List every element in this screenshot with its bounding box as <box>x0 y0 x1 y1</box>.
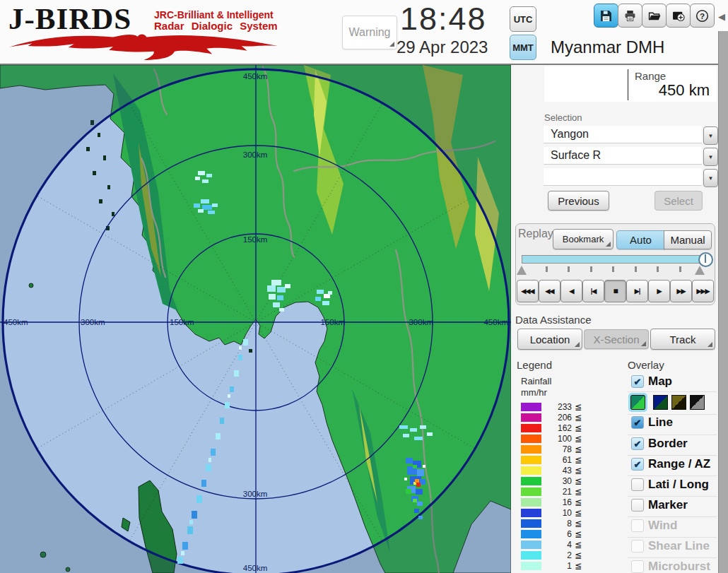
legend-swatch <box>521 466 541 475</box>
range-value: 450 km <box>613 81 710 100</box>
play-reverse-button[interactable]: ◀ <box>560 280 582 302</box>
overlay-label: Marker <box>648 498 688 512</box>
legend-lte-symbol: ≦ <box>575 550 582 560</box>
replay-timeline-track[interactable] <box>522 255 711 264</box>
radar-map[interactable]: 450km 300km 150km 150km 300km 450km 450k… <box>0 65 511 573</box>
timeline-tick <box>635 266 637 272</box>
stop-icon: ■ <box>613 286 617 296</box>
rewind-fast-button[interactable]: ◀◀◀ <box>517 280 539 302</box>
print-button[interactable] <box>618 4 642 28</box>
legend-value: 30 <box>546 476 572 486</box>
clock-date: 29 Apr 2023 <box>397 37 517 57</box>
warning-button[interactable]: Warning <box>342 16 397 49</box>
map-style-swatch-2[interactable] <box>653 395 668 410</box>
save-button[interactable] <box>594 4 618 28</box>
selection-label: Selection <box>544 112 582 123</box>
ring-label: 300km <box>243 490 268 498</box>
ring-label: 150km <box>170 318 194 326</box>
bookmark-button[interactable]: Bookmark <box>553 229 613 249</box>
overlay-label: Microburst <box>648 560 710 573</box>
site-dropdown[interactable]: Yangon <box>544 126 702 143</box>
line-checkbox[interactable]: ✔ <box>631 416 644 429</box>
utc-label: UTC <box>514 14 533 25</box>
step-first-button[interactable]: |◀ <box>582 280 604 302</box>
manual-mode-button[interactable]: Manual <box>664 230 712 249</box>
extra-dropdown[interactable] <box>544 168 702 186</box>
legend-lte-symbol: ≦ <box>575 434 582 444</box>
capture-button[interactable] <box>666 4 691 28</box>
legend-lte-symbol: ≦ <box>575 402 582 412</box>
forward-fast-icon: ▶▶▶ <box>697 288 710 295</box>
help-button[interactable]: ? <box>690 4 715 28</box>
divider <box>628 496 717 497</box>
lati-long-checkbox[interactable] <box>631 478 644 491</box>
collapse-panel-arrow-icon[interactable]: ◀ <box>718 11 725 22</box>
timezone-mmt-button[interactable]: MMT <box>510 35 536 60</box>
legend-value: 10 <box>546 508 572 518</box>
overlay-section-label: Overlay <box>628 359 664 371</box>
forward-fast-button[interactable]: ▶▶▶ <box>692 280 714 302</box>
timeline-tick <box>590 266 592 272</box>
timeline-start-marker[interactable] <box>517 266 527 275</box>
eagle-logo-icon <box>7 31 279 61</box>
step-last-button[interactable]: ▶| <box>626 280 648 302</box>
legend-row: 233≦ <box>521 402 595 412</box>
overlay-label: Shear Line <box>648 539 710 553</box>
border-checkbox[interactable]: ✔ <box>631 437 644 450</box>
legend-value: 1 <box>546 561 572 571</box>
overlay-label: Wind <box>648 519 677 533</box>
ring-label: 300km <box>81 318 105 326</box>
timeline-end-marker[interactable] <box>695 266 705 275</box>
divider <box>628 475 717 476</box>
marker-checkbox[interactable] <box>631 499 644 512</box>
auto-button-label: Auto <box>630 234 652 246</box>
app-logo-tagline: JRC-Brilliant & Intelligent Radar Dialog… <box>154 9 278 32</box>
replay-timeline-thumb[interactable] <box>698 252 713 267</box>
ring-label: 450km <box>4 318 28 326</box>
site-dropdown-button[interactable]: ▼ <box>703 126 718 145</box>
legend-swatch <box>521 551 541 560</box>
overlay-label: Line <box>648 415 673 430</box>
legend-swatch <box>521 498 541 507</box>
legend-value: 78 <box>546 444 572 454</box>
stop-button[interactable]: ■ <box>604 280 626 302</box>
legend-row: 21≦ <box>521 487 595 497</box>
legend-row: 6≦ <box>521 529 595 539</box>
auto-mode-button[interactable]: Auto <box>616 230 665 249</box>
previous-button[interactable]: Previous <box>548 191 609 211</box>
step-first-icon: |◀ <box>591 288 596 295</box>
product-dropdown[interactable]: Surface R <box>544 147 702 165</box>
extra-dropdown-button[interactable]: ▼ <box>703 169 718 187</box>
map-style-swatch-4[interactable] <box>690 395 705 410</box>
forward-button[interactable]: ▶▶ <box>670 280 692 302</box>
xsection-button[interactable]: X-Section <box>584 329 649 349</box>
panel-scrollbar[interactable] <box>718 31 728 573</box>
ring-label: 300km <box>409 318 433 326</box>
range-az-checkbox[interactable]: ✔ <box>631 458 644 471</box>
legend-row: 16≦ <box>521 497 595 507</box>
legend-lte-symbol: ≦ <box>575 529 582 539</box>
overlay-row-microburst: Microburst <box>630 560 718 573</box>
open-folder-button[interactable] <box>642 4 667 28</box>
ring-label: 300km <box>243 150 268 159</box>
divider <box>628 516 717 517</box>
divider <box>628 455 717 456</box>
select-button[interactable]: Select <box>654 191 703 211</box>
map-style-swatch-1[interactable] <box>630 395 645 410</box>
location-button[interactable]: Location <box>517 329 582 350</box>
overlay-row-wind: Wind <box>630 519 718 535</box>
legend-row: 206≦ <box>521 413 595 423</box>
ring-label: 450km <box>483 318 508 326</box>
product-dropdown-button[interactable]: ▼ <box>703 148 718 166</box>
track-button[interactable]: Track <box>650 329 715 350</box>
legend-row: 8≦ <box>521 519 595 528</box>
chevron-down-icon: ▼ <box>708 175 714 182</box>
map-checkbox[interactable]: ✔ <box>631 375 644 388</box>
play-button[interactable]: ▶ <box>648 280 670 302</box>
timezone-utc-button[interactable]: UTC <box>510 6 536 32</box>
legend-lte-symbol: ≦ <box>575 466 582 475</box>
bookmark-button-label: Bookmark <box>563 234 604 244</box>
rewind-button[interactable]: ◀◀ <box>539 280 560 302</box>
map-style-swatch-3[interactable] <box>671 395 686 410</box>
legend-lte-symbol: ≦ <box>575 476 582 486</box>
